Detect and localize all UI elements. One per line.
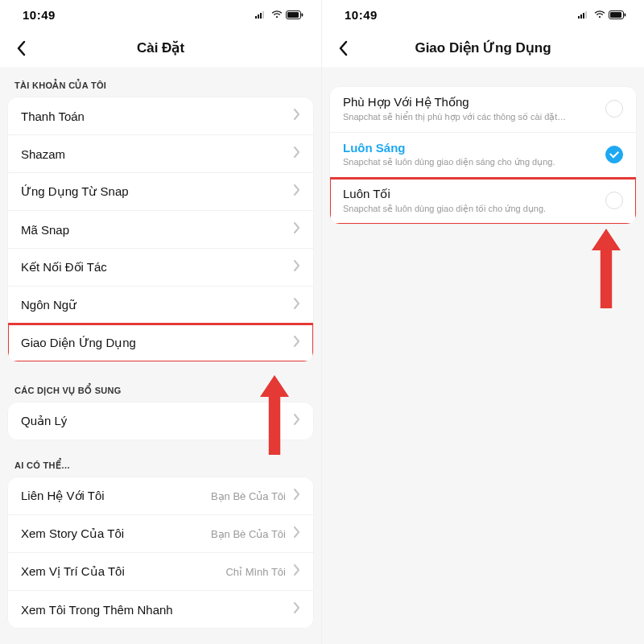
svg-rect-11 (585, 11, 587, 19)
section-header-services: CÁC DỊCH VỤ BỔ SUNG (0, 361, 321, 402)
row-xem-vi-tri[interactable]: Xem Vị Trí Của Tôi Chỉ Mình Tôi (8, 553, 313, 591)
row-ket-noi-doi-tac[interactable]: Kết Nối Đối Tác (8, 249, 313, 287)
chevron-right-icon (294, 184, 300, 199)
back-button[interactable] (333, 39, 353, 58)
row-value: Bạn Bè Của Tôi (211, 528, 286, 540)
row-label: Ứng Dụng Từ Snap (21, 184, 129, 199)
option-title: Phù Hợp Với Hệ Thống (343, 95, 566, 109)
chevron-right-icon (294, 336, 300, 350)
svg-rect-6 (302, 13, 303, 16)
svg-marker-15 (592, 229, 621, 308)
status-icons (255, 10, 303, 19)
section-header-whocan: AI CÓ THỂ… (0, 440, 321, 477)
row-shazam[interactable]: Shazam (8, 135, 313, 173)
row-xem-story[interactable]: Xem Story Của Tôi Bạn Bè Của Tôi (8, 515, 313, 553)
option-subtitle: Snapchat sẽ luôn dùng giao diện tối cho … (343, 203, 546, 214)
group-account: Thanh Toán Shazam Ứng Dụng Từ Snap Mã Sn… (8, 97, 313, 361)
row-label: Ngôn Ngữ (21, 298, 76, 312)
row-label: Giao Diện Ứng Dụng (21, 336, 136, 350)
option-subtitle: Snapchat sẽ hiển thị phù hợp với các thô… (343, 111, 566, 122)
group-services: Quản Lý (8, 402, 313, 440)
chevron-right-icon (294, 109, 300, 123)
appearance-options: Phù Hợp Với Hệ Thống Snapchat sẽ hiển th… (330, 87, 636, 224)
wifi-icon (594, 10, 605, 19)
svg-rect-5 (287, 12, 299, 18)
battery-icon (609, 10, 626, 19)
chevron-right-icon (294, 147, 300, 161)
nav-bar: Giao Diện Ứng Dụng (322, 29, 644, 68)
row-label: Quản Lý (21, 414, 67, 428)
status-time: 10:49 (23, 8, 56, 22)
option-title: Luôn Tối (343, 187, 546, 201)
chevron-right-icon (294, 414, 300, 428)
chevron-right-icon (294, 526, 300, 541)
row-label: Xem Vị Trí Của Tôi (21, 564, 125, 579)
row-value: Bạn Bè Của Tôi (211, 490, 286, 502)
row-value: Chỉ Mình Tôi (225, 566, 286, 578)
svg-rect-10 (583, 13, 584, 19)
group-whocan: Liên Hệ Với Tôi Bạn Bè Của Tôi Xem Story… (8, 477, 313, 628)
radio-checked-icon (605, 146, 623, 163)
row-ma-snap[interactable]: Mã Snap (8, 211, 313, 249)
radio-icon (605, 192, 623, 209)
svg-rect-0 (255, 16, 257, 19)
chevron-left-icon (338, 40, 348, 56)
back-button[interactable] (11, 39, 31, 58)
chevron-right-icon (294, 602, 300, 617)
annotation-arrow-icon (592, 229, 621, 308)
row-quan-ly[interactable]: Quản Lý (8, 402, 313, 440)
wifi-icon (271, 10, 283, 19)
chevron-left-icon (16, 40, 26, 56)
row-thanh-toan[interactable]: Thanh Toán (8, 97, 313, 135)
row-label: Xem Tôi Trong Thêm Nhanh (21, 603, 173, 617)
option-match-system[interactable]: Phù Hợp Với Hệ Thống Snapchat sẽ hiển th… (330, 87, 636, 133)
option-always-light[interactable]: Luôn Sáng Snapchat sẽ luôn dùng giao diệ… (330, 133, 636, 178)
option-subtitle: Snapchat sẽ luôn dùng giao diện sáng cho… (343, 156, 555, 167)
row-lien-he-voi-toi[interactable]: Liên Hệ Với Tôi Bạn Bè Của Tôi (8, 477, 313, 515)
svg-rect-14 (625, 13, 626, 16)
cellular-icon (578, 10, 591, 19)
row-xem-them-nhanh[interactable]: Xem Tôi Trong Thêm Nhanh (8, 591, 313, 628)
option-title: Luôn Sáng (343, 141, 555, 155)
appearance-content: Phù Hợp Với Hệ Thống Snapchat sẽ hiển th… (322, 68, 644, 644)
row-label: Kết Nối Đối Tác (21, 260, 107, 275)
status-bar: 10:49 (0, 0, 321, 29)
svg-rect-1 (258, 14, 259, 19)
status-icons (578, 10, 626, 19)
settings-content: TÀI KHOẢN CỦA TÔI Thanh Toán Shazam Ứng … (0, 68, 321, 644)
chevron-right-icon (294, 489, 300, 503)
row-ngon-ngu[interactable]: Ngôn Ngữ (8, 287, 313, 324)
phone-appearance: 10:49 Giao Diện Ứng Dụng Phù Hợp Với Hệ … (322, 0, 644, 644)
chevron-right-icon (294, 298, 300, 312)
page-title: Giao Diện Ứng Dụng (415, 39, 551, 56)
svg-rect-9 (580, 14, 582, 19)
row-ung-dung-tu-snap[interactable]: Ứng Dụng Từ Snap (8, 173, 313, 211)
chevron-right-icon (294, 260, 300, 275)
svg-rect-2 (260, 13, 262, 19)
row-giao-dien-ung-dung[interactable]: Giao Diện Ứng Dụng (8, 324, 313, 361)
status-bar: 10:49 (322, 0, 644, 29)
row-label: Thanh Toán (21, 109, 85, 123)
radio-icon (605, 100, 623, 118)
row-label: Xem Story Của Tôi (21, 526, 124, 541)
chevron-right-icon (294, 222, 300, 237)
status-time: 10:49 (345, 8, 378, 22)
page-title: Cài Đặt (137, 39, 184, 56)
row-label: Shazam (21, 147, 65, 161)
svg-rect-13 (610, 12, 621, 18)
phone-settings: 10:49 Cài Đặt TÀI KHOẢN CỦA TÔI Thanh To… (0, 0, 322, 644)
svg-rect-3 (262, 11, 264, 19)
cellular-icon (255, 10, 268, 19)
section-header-account: TÀI KHOẢN CỦA TÔI (0, 68, 321, 97)
option-always-dark[interactable]: Luôn Tối Snapchat sẽ luôn dùng giao diện… (330, 179, 636, 224)
svg-rect-8 (578, 16, 580, 19)
nav-bar: Cài Đặt (0, 29, 321, 68)
row-label: Liên Hệ Với Tôi (21, 489, 105, 503)
battery-icon (286, 10, 303, 19)
row-label: Mã Snap (21, 223, 69, 237)
chevron-right-icon (294, 564, 300, 579)
